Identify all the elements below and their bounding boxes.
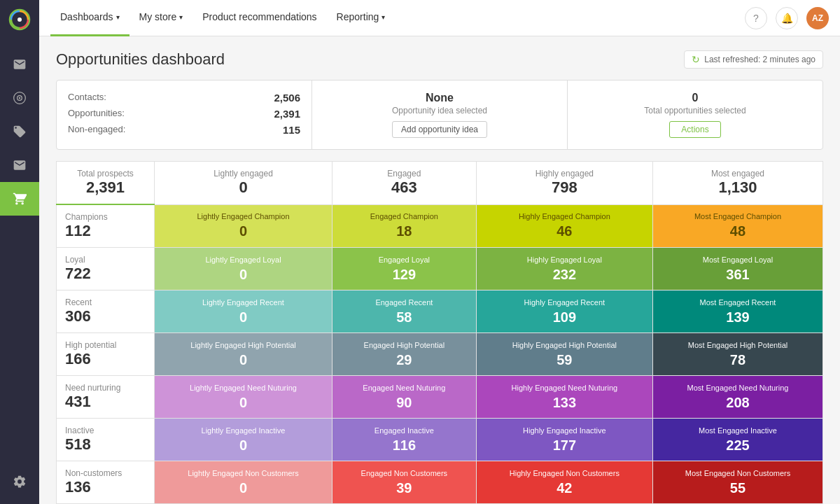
grid-cell-engaged-inactive[interactable]: Engaged Inactive 116	[332, 419, 477, 461]
grid-cell-highly-engaged-recent[interactable]: Highly Engaged Recent 109	[476, 290, 652, 333]
total-selected-sublabel: Total opportunities selected	[579, 106, 811, 115]
cell-label: Engaged Non Customers	[341, 469, 468, 477]
cell-value: 18	[341, 223, 468, 239]
sidebar	[0, 0, 39, 504]
grid-cell-engaged-high-potential[interactable]: Engaged High Potential 29	[332, 333, 477, 376]
cell-value: 177	[485, 438, 644, 454]
app-logo[interactable]	[0, 0, 39, 39]
col-header-value: 0	[163, 178, 323, 197]
grid-cell-highly-engaged-champion[interactable]: Highly Engaged Champion 46	[476, 204, 652, 248]
sidebar-icon-settings[interactable]	[0, 465, 39, 498]
cell-value: 0	[163, 223, 323, 239]
col-header-label: Total prospects	[65, 169, 146, 178]
row-label: High potential	[65, 340, 146, 350]
cell-value: 139	[662, 309, 814, 326]
grid-cell-highly-engaged-non-customers[interactable]: Highly Engaged Non Customers 42	[476, 461, 652, 504]
grid-table: Total prospects 2,391 Lightly engaged 0 …	[56, 161, 823, 504]
row-label: Non-customers	[65, 468, 146, 478]
grid-cell-engaged-champion[interactable]: Engaged Champion 18	[332, 204, 477, 248]
opportunities-value: 2,391	[274, 108, 300, 121]
sidebar-icon-cart[interactable]	[0, 182, 39, 216]
cell-label: Lightly Engaged Inactive	[163, 426, 323, 435]
help-button[interactable]: ?	[745, 7, 767, 29]
row-header-recent: Recent 306	[57, 290, 155, 333]
grid-cell-most-engaged-loyal[interactable]: Most Engaged Loyal 361	[652, 248, 822, 290]
cell-value: 29	[341, 352, 468, 368]
refresh-icon: ↻	[692, 54, 700, 65]
grid-cell-most-engaged-champion[interactable]: Most Engaged Champion 48	[652, 204, 822, 248]
grid-cell-highly-engaged-high-potential[interactable]: Highly Engaged High Potential 59	[476, 333, 652, 376]
nav-mystore[interactable]: My store ▾	[130, 0, 193, 36]
grid-cell-engaged-non-customers[interactable]: Engaged Non Customers 39	[332, 461, 477, 504]
user-avatar[interactable]: AZ	[806, 7, 829, 29]
row-label: Loyal	[65, 255, 146, 265]
sidebar-icon-email[interactable]	[0, 48, 39, 81]
grid-cell-engaged-loyal[interactable]: Engaged Loyal 129	[332, 248, 477, 290]
nav-dashboards[interactable]: Dashboards ▾	[50, 0, 130, 36]
cell-value: 0	[163, 480, 323, 496]
sidebar-icon-tag[interactable]	[0, 115, 39, 148]
row-label: Recent	[65, 298, 146, 307]
nav-product-recommendations[interactable]: Product recommendations	[192, 0, 326, 36]
grid-cell-lightly-engaged-need-nuturing[interactable]: Lightly Engaged Need Nuturing 0	[155, 376, 332, 419]
grid-cell-lightly-engaged-inactive[interactable]: Lightly Engaged Inactive 0	[155, 419, 332, 461]
notifications-button[interactable]: 🔔	[776, 7, 798, 29]
contacts-card: Contacts: 2,506 Opportunities: 2,391 Non…	[57, 80, 312, 149]
cell-value: 0	[163, 438, 323, 454]
page-header: Opportunities dashboard ↻ Last refreshed…	[56, 50, 823, 69]
contacts-label: Contacts:	[68, 92, 106, 102]
cell-value: 0	[163, 395, 323, 411]
grid-cell-lightly-engaged-champion[interactable]: Lightly Engaged Champion 0	[155, 204, 332, 248]
grid-cell-lightly-engaged-high-potential[interactable]: Lightly Engaged High Potential 0	[155, 333, 332, 376]
cell-value: 208	[662, 395, 814, 411]
row-value: 136	[65, 478, 146, 496]
add-opportunity-button[interactable]: Add opportunity idea	[392, 121, 487, 138]
grid-cell-most-engaged-recent[interactable]: Most Engaged Recent 139	[652, 290, 822, 333]
nav-right-actions: ? 🔔 AZ	[745, 7, 829, 29]
top-navigation: Dashboards ▾ My store ▾ Product recommen…	[39, 0, 840, 36]
grid-cell-most-engaged-inactive[interactable]: Most Engaged Inactive 225	[652, 419, 822, 461]
total-selected-value: 0	[579, 92, 811, 104]
opportunities-label: Opportunities:	[68, 108, 125, 118]
cell-value: 116	[341, 438, 468, 454]
cell-value: 46	[485, 223, 644, 239]
col-header-label: Highly engaged	[485, 169, 644, 178]
opportunity-idea-card: None Opportunity idea selected Add oppor…	[312, 80, 568, 149]
cell-label: Highly Engaged High Potential	[485, 341, 644, 349]
grid-cell-engaged-need-nuturing[interactable]: Engaged Need Nuturing 90	[332, 376, 477, 419]
col-header-value: 2,391	[65, 178, 146, 197]
non-engaged-value: 115	[283, 124, 300, 137]
chevron-down-icon: ▾	[116, 13, 120, 21]
grid-cell-lightly-engaged-recent[interactable]: Lightly Engaged Recent 0	[155, 290, 332, 333]
row-value: 306	[65, 307, 146, 326]
nav-reporting[interactable]: Reporting ▾	[327, 0, 396, 36]
engagement-header-4: Most engaged 1,130	[652, 162, 822, 205]
cell-label: Highly Engaged Recent	[485, 298, 644, 307]
grid-cell-highly-engaged-loyal[interactable]: Highly Engaged Loyal 232	[476, 248, 652, 290]
grid-cell-most-engaged-non-customers[interactable]: Most Engaged Non Customers 55	[652, 461, 822, 504]
col-header-value: 798	[485, 178, 644, 197]
cell-value: 59	[485, 352, 644, 368]
grid-cell-lightly-engaged-loyal[interactable]: Lightly Engaged Loyal 0	[155, 248, 332, 290]
sidebar-icon-camera[interactable]	[0, 81, 39, 115]
grid-cell-highly-engaged-need-nuturing[interactable]: Highly Engaged Need Nuturing 133	[476, 376, 652, 419]
col-header-label: Lightly engaged	[163, 169, 323, 178]
grid-cell-most-engaged-high-potential[interactable]: Most Engaged High Potential 78	[652, 333, 822, 376]
grid-cell-most-engaged-need-nuturing[interactable]: Most Engaged Need Nuturing 208	[652, 376, 822, 419]
cell-label: Highly Engaged Need Nuturing	[485, 384, 644, 392]
grid-cell-engaged-recent[interactable]: Engaged Recent 58	[332, 290, 477, 333]
col-header-label: Most engaged	[662, 169, 814, 178]
cell-value: 48	[662, 223, 814, 239]
row-value: 722	[65, 265, 146, 283]
actions-button[interactable]: Actions	[669, 121, 720, 138]
cell-value: 90	[341, 395, 468, 411]
cell-label: Highly Engaged Inactive	[485, 426, 644, 435]
row-header-champions: Champions 112	[57, 204, 155, 248]
opportunity-idea-sublabel: Opportunity idea selected	[323, 106, 556, 115]
opportunities-grid: Total prospects 2,391 Lightly engaged 0 …	[56, 161, 823, 504]
cell-value: 0	[163, 352, 323, 368]
grid-cell-highly-engaged-inactive[interactable]: Highly Engaged Inactive 177	[476, 419, 652, 461]
engagement-header-3: Highly engaged 798	[476, 162, 652, 205]
sidebar-icon-mail2[interactable]	[0, 148, 39, 182]
grid-cell-lightly-engaged-non-customers[interactable]: Lightly Engaged Non Customers 0	[155, 461, 332, 504]
